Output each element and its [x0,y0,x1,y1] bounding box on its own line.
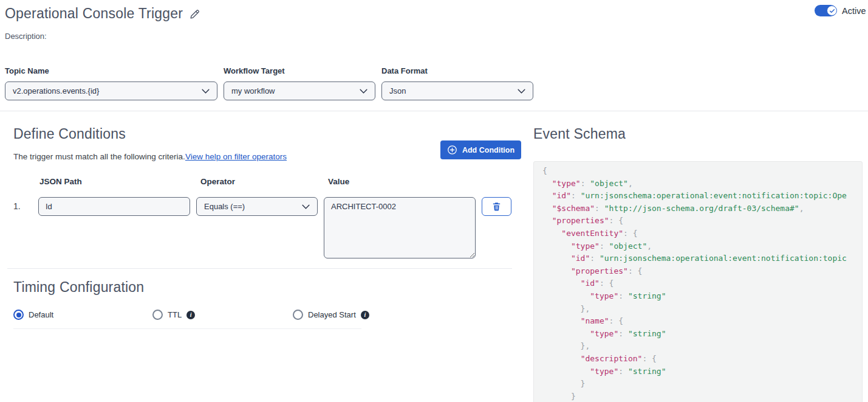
operator-value: Equals (==) [204,202,245,211]
trigger-config-page: Operational Console Trigger Active Descr… [0,0,868,402]
section-divider [0,111,868,111]
plus-circle-icon [447,145,457,155]
event-schema-title: Event Schema [533,126,626,142]
edit-title-icon[interactable] [189,9,200,20]
chevron-down-icon [360,89,367,94]
description-label: Description: [5,32,47,41]
active-toggle-label: Active [842,6,866,16]
json-path-column-header: JSON Path [39,177,82,186]
delete-condition-button[interactable] [482,197,511,216]
data-format-select[interactable]: Json [381,81,533,100]
event-schema-code: { "type": "object", "id": "urn:jsonschem… [542,165,853,402]
radio-selected-icon [13,310,24,320]
radio-label-ttl: TTL [168,310,182,319]
chevron-down-icon [518,89,525,94]
condition-value-textarea[interactable]: ARCHITECT-0002 [324,197,476,258]
workflow-target-select[interactable]: my workflow [224,81,375,100]
conditions-subtitle: The trigger must match all the following… [13,152,287,161]
active-toggle[interactable] [815,5,836,16]
operator-select[interactable]: Equals (==) [196,197,318,216]
value-column-header: Value [328,177,349,186]
chevron-down-icon [302,204,310,209]
topic-name-label: Topic Name [5,66,49,75]
conditions-subtitle-text: The trigger must match all the following… [13,152,185,161]
operator-column-header: Operator [200,177,235,186]
conditions-divider [7,268,512,269]
active-toggle-group: Active [815,5,866,16]
add-condition-button[interactable]: Add Condition [440,140,521,159]
toggle-check-icon [827,5,837,16]
json-path-input[interactable] [38,197,190,216]
define-conditions-title: Define Conditions [13,126,126,142]
info-icon[interactable]: i [186,311,195,319]
filter-operators-help-link[interactable]: View help on filter operators [185,152,287,161]
radio-option-ttl[interactable]: TTL i [152,310,195,320]
chevron-down-icon [202,89,210,94]
trash-icon [491,201,502,212]
workflow-target-value: my workflow [231,86,275,95]
data-format-value: Json [389,86,406,95]
event-schema-panel: { "type": "object", "id": "urn:jsonschem… [533,161,863,402]
radio-label-default: Default [29,310,53,319]
info-icon[interactable]: i [361,311,369,319]
radio-unselected-icon [293,310,303,320]
topic-name-select[interactable]: v2.operations.events.{id} [5,81,217,100]
timing-divider [13,328,361,329]
topic-name-value: v2.operations.events.{id} [13,86,99,95]
timing-configuration-title: Timing Configuration [13,279,144,296]
data-format-label: Data Format [381,66,428,75]
radio-label-delayed-start: Delayed Start [308,310,356,319]
radio-option-delayed-start[interactable]: Delayed Start i [293,310,369,320]
add-condition-label: Add Condition [462,146,514,154]
radio-unselected-icon [152,310,163,320]
page-title: Operational Console Trigger [5,5,183,22]
condition-row-index: 1. [13,201,21,211]
radio-option-default[interactable]: Default [13,310,53,320]
workflow-target-label: Workflow Target [224,66,285,75]
